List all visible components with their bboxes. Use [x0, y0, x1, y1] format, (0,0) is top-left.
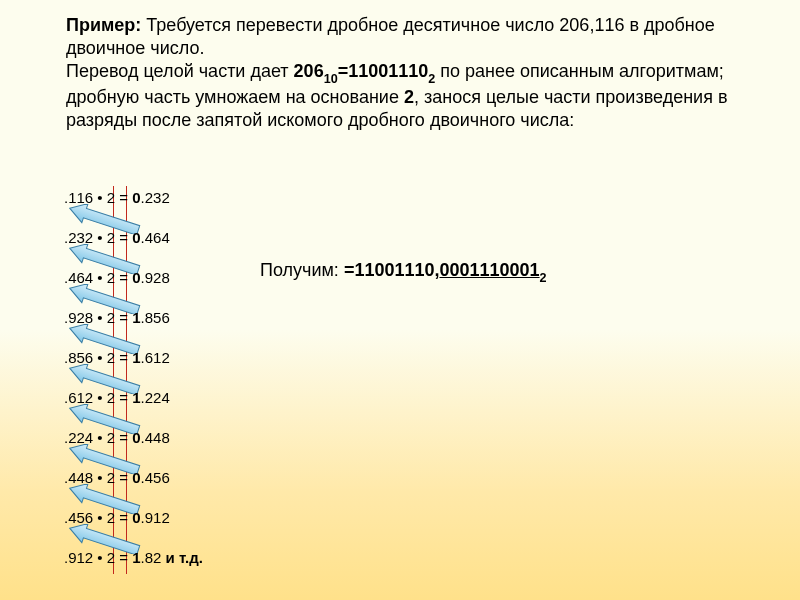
result-frac: 0001110001 [439, 260, 539, 280]
calc-int-digit: 1 [132, 549, 140, 566]
calc-expression: .912 • 2 = 1.82 и т.д. [64, 550, 203, 566]
slide: Пример: Требуется перевести дробное деся… [0, 0, 800, 600]
int-base10-sub: 10 [324, 72, 338, 86]
calc-frac: .82 [141, 549, 166, 566]
eq-sign: = [338, 61, 349, 81]
int-base2-sub: 2 [428, 72, 435, 86]
intro-line1: Требуется перевести дробное десятичное ч… [66, 15, 715, 58]
calc-etc: и т.д. [166, 549, 203, 566]
int-base10-num: 206 [294, 61, 324, 81]
intro-line2-pre: Перевод целой части дает [66, 61, 294, 81]
label-primer: Пример: [66, 15, 141, 35]
result-eq: = [344, 260, 355, 280]
base-two: 2 [404, 87, 414, 107]
calc-op: • 2 = [93, 549, 132, 566]
intro-paragraph: Пример: Требуется перевести дробное деся… [66, 14, 748, 132]
result-sub: 2 [540, 271, 547, 285]
calc-a: .912 [64, 549, 93, 566]
result-label: Получим: [260, 260, 344, 280]
result-line: Получим: =11001110,00011100012 [260, 260, 547, 284]
result-int: 11001110, [354, 260, 439, 280]
int-base2-num: 11001110 [348, 61, 428, 81]
